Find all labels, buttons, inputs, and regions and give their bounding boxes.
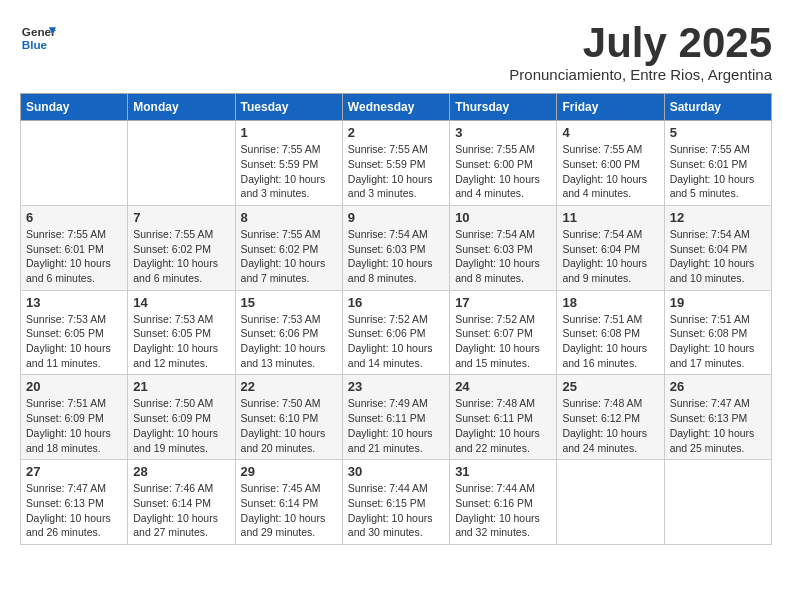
- day-cell: 17Sunrise: 7:52 AM Sunset: 6:07 PM Dayli…: [450, 290, 557, 375]
- day-number: 9: [348, 210, 444, 225]
- day-number: 20: [26, 379, 122, 394]
- day-info: Sunrise: 7:54 AM Sunset: 6:04 PM Dayligh…: [562, 227, 658, 286]
- day-number: 23: [348, 379, 444, 394]
- day-cell: 2Sunrise: 7:55 AM Sunset: 5:59 PM Daylig…: [342, 121, 449, 206]
- day-cell: 9Sunrise: 7:54 AM Sunset: 6:03 PM Daylig…: [342, 205, 449, 290]
- day-info: Sunrise: 7:54 AM Sunset: 6:04 PM Dayligh…: [670, 227, 766, 286]
- weekday-header-sunday: Sunday: [21, 94, 128, 121]
- day-info: Sunrise: 7:44 AM Sunset: 6:16 PM Dayligh…: [455, 481, 551, 540]
- day-info: Sunrise: 7:55 AM Sunset: 6:01 PM Dayligh…: [26, 227, 122, 286]
- day-info: Sunrise: 7:51 AM Sunset: 6:09 PM Dayligh…: [26, 396, 122, 455]
- location-subtitle: Pronunciamiento, Entre Rios, Argentina: [509, 66, 772, 83]
- weekday-header-thursday: Thursday: [450, 94, 557, 121]
- day-cell: 15Sunrise: 7:53 AM Sunset: 6:06 PM Dayli…: [235, 290, 342, 375]
- day-cell: 25Sunrise: 7:48 AM Sunset: 6:12 PM Dayli…: [557, 375, 664, 460]
- day-cell: 3Sunrise: 7:55 AM Sunset: 6:00 PM Daylig…: [450, 121, 557, 206]
- week-row-2: 6Sunrise: 7:55 AM Sunset: 6:01 PM Daylig…: [21, 205, 772, 290]
- day-cell: [128, 121, 235, 206]
- day-cell: 12Sunrise: 7:54 AM Sunset: 6:04 PM Dayli…: [664, 205, 771, 290]
- week-row-3: 13Sunrise: 7:53 AM Sunset: 6:05 PM Dayli…: [21, 290, 772, 375]
- svg-text:Blue: Blue: [22, 38, 48, 51]
- day-cell: 26Sunrise: 7:47 AM Sunset: 6:13 PM Dayli…: [664, 375, 771, 460]
- day-number: 31: [455, 464, 551, 479]
- day-number: 27: [26, 464, 122, 479]
- day-info: Sunrise: 7:50 AM Sunset: 6:09 PM Dayligh…: [133, 396, 229, 455]
- day-number: 7: [133, 210, 229, 225]
- weekday-header-tuesday: Tuesday: [235, 94, 342, 121]
- day-number: 2: [348, 125, 444, 140]
- day-cell: 22Sunrise: 7:50 AM Sunset: 6:10 PM Dayli…: [235, 375, 342, 460]
- day-info: Sunrise: 7:44 AM Sunset: 6:15 PM Dayligh…: [348, 481, 444, 540]
- day-cell: 29Sunrise: 7:45 AM Sunset: 6:14 PM Dayli…: [235, 460, 342, 545]
- day-cell: 31Sunrise: 7:44 AM Sunset: 6:16 PM Dayli…: [450, 460, 557, 545]
- day-cell: 28Sunrise: 7:46 AM Sunset: 6:14 PM Dayli…: [128, 460, 235, 545]
- day-info: Sunrise: 7:47 AM Sunset: 6:13 PM Dayligh…: [26, 481, 122, 540]
- day-info: Sunrise: 7:53 AM Sunset: 6:05 PM Dayligh…: [26, 312, 122, 371]
- day-number: 26: [670, 379, 766, 394]
- day-cell: 10Sunrise: 7:54 AM Sunset: 6:03 PM Dayli…: [450, 205, 557, 290]
- day-info: Sunrise: 7:55 AM Sunset: 6:02 PM Dayligh…: [133, 227, 229, 286]
- day-number: 6: [26, 210, 122, 225]
- day-cell: 27Sunrise: 7:47 AM Sunset: 6:13 PM Dayli…: [21, 460, 128, 545]
- day-cell: 4Sunrise: 7:55 AM Sunset: 6:00 PM Daylig…: [557, 121, 664, 206]
- day-number: 8: [241, 210, 337, 225]
- week-row-1: 1Sunrise: 7:55 AM Sunset: 5:59 PM Daylig…: [21, 121, 772, 206]
- day-number: 11: [562, 210, 658, 225]
- day-cell: 1Sunrise: 7:55 AM Sunset: 5:59 PM Daylig…: [235, 121, 342, 206]
- day-number: 3: [455, 125, 551, 140]
- day-number: 19: [670, 295, 766, 310]
- logo-icon: General Blue: [20, 20, 56, 56]
- day-number: 18: [562, 295, 658, 310]
- day-number: 15: [241, 295, 337, 310]
- day-cell: 18Sunrise: 7:51 AM Sunset: 6:08 PM Dayli…: [557, 290, 664, 375]
- day-number: 16: [348, 295, 444, 310]
- svg-text:General: General: [22, 25, 56, 38]
- day-cell: 21Sunrise: 7:50 AM Sunset: 6:09 PM Dayli…: [128, 375, 235, 460]
- day-number: 29: [241, 464, 337, 479]
- weekday-header-saturday: Saturday: [664, 94, 771, 121]
- day-info: Sunrise: 7:48 AM Sunset: 6:11 PM Dayligh…: [455, 396, 551, 455]
- day-info: Sunrise: 7:48 AM Sunset: 6:12 PM Dayligh…: [562, 396, 658, 455]
- day-info: Sunrise: 7:53 AM Sunset: 6:05 PM Dayligh…: [133, 312, 229, 371]
- day-number: 1: [241, 125, 337, 140]
- weekday-header-row: SundayMondayTuesdayWednesdayThursdayFrid…: [21, 94, 772, 121]
- day-number: 30: [348, 464, 444, 479]
- day-info: Sunrise: 7:51 AM Sunset: 6:08 PM Dayligh…: [562, 312, 658, 371]
- day-info: Sunrise: 7:47 AM Sunset: 6:13 PM Dayligh…: [670, 396, 766, 455]
- day-info: Sunrise: 7:53 AM Sunset: 6:06 PM Dayligh…: [241, 312, 337, 371]
- day-cell: 16Sunrise: 7:52 AM Sunset: 6:06 PM Dayli…: [342, 290, 449, 375]
- logo: General Blue: [20, 20, 60, 56]
- day-number: 12: [670, 210, 766, 225]
- day-cell: 11Sunrise: 7:54 AM Sunset: 6:04 PM Dayli…: [557, 205, 664, 290]
- day-number: 21: [133, 379, 229, 394]
- day-number: 24: [455, 379, 551, 394]
- day-info: Sunrise: 7:45 AM Sunset: 6:14 PM Dayligh…: [241, 481, 337, 540]
- day-info: Sunrise: 7:55 AM Sunset: 6:01 PM Dayligh…: [670, 142, 766, 201]
- weekday-header-monday: Monday: [128, 94, 235, 121]
- day-info: Sunrise: 7:55 AM Sunset: 5:59 PM Dayligh…: [348, 142, 444, 201]
- day-cell: 19Sunrise: 7:51 AM Sunset: 6:08 PM Dayli…: [664, 290, 771, 375]
- day-info: Sunrise: 7:49 AM Sunset: 6:11 PM Dayligh…: [348, 396, 444, 455]
- day-number: 14: [133, 295, 229, 310]
- day-cell: 14Sunrise: 7:53 AM Sunset: 6:05 PM Dayli…: [128, 290, 235, 375]
- day-cell: [664, 460, 771, 545]
- day-info: Sunrise: 7:55 AM Sunset: 5:59 PM Dayligh…: [241, 142, 337, 201]
- day-cell: 13Sunrise: 7:53 AM Sunset: 6:05 PM Dayli…: [21, 290, 128, 375]
- month-title: July 2025: [509, 20, 772, 66]
- day-number: 10: [455, 210, 551, 225]
- day-info: Sunrise: 7:54 AM Sunset: 6:03 PM Dayligh…: [455, 227, 551, 286]
- weekday-header-friday: Friday: [557, 94, 664, 121]
- day-cell: 20Sunrise: 7:51 AM Sunset: 6:09 PM Dayli…: [21, 375, 128, 460]
- day-cell: 30Sunrise: 7:44 AM Sunset: 6:15 PM Dayli…: [342, 460, 449, 545]
- day-number: 28: [133, 464, 229, 479]
- day-cell: 8Sunrise: 7:55 AM Sunset: 6:02 PM Daylig…: [235, 205, 342, 290]
- day-number: 5: [670, 125, 766, 140]
- day-cell: [557, 460, 664, 545]
- day-cell: 7Sunrise: 7:55 AM Sunset: 6:02 PM Daylig…: [128, 205, 235, 290]
- calendar-table: SundayMondayTuesdayWednesdayThursdayFrid…: [20, 93, 772, 545]
- day-info: Sunrise: 7:52 AM Sunset: 6:07 PM Dayligh…: [455, 312, 551, 371]
- day-cell: 23Sunrise: 7:49 AM Sunset: 6:11 PM Dayli…: [342, 375, 449, 460]
- day-info: Sunrise: 7:46 AM Sunset: 6:14 PM Dayligh…: [133, 481, 229, 540]
- weekday-header-wednesday: Wednesday: [342, 94, 449, 121]
- day-number: 25: [562, 379, 658, 394]
